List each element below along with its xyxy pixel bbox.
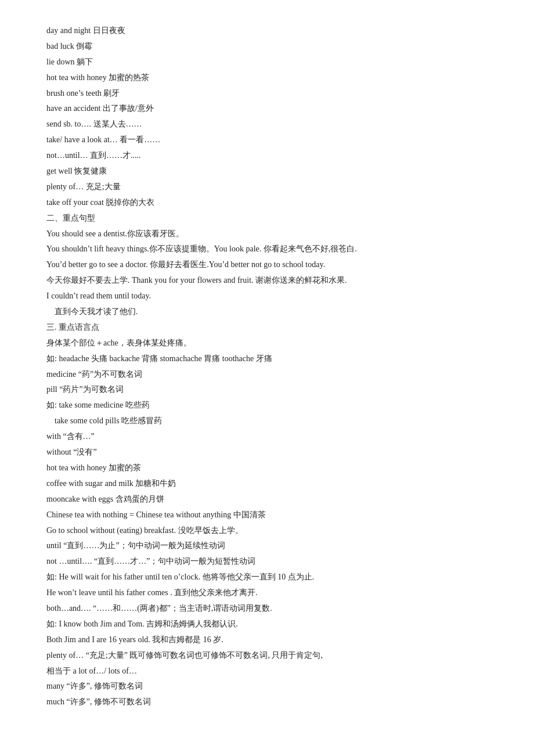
text-line: many “许多”, 修饰可数名词 — [46, 679, 488, 694]
text-line: hot tea with honey 加蜜的茶 — [46, 460, 488, 476]
text-line: until “直到……为止”；句中动词一般为延续性动词 — [46, 538, 488, 553]
text-line: 如: take some medicine 吃些药 — [46, 398, 488, 413]
text-line: take/ have a look at… 看一看…… — [46, 132, 488, 147]
text-line: plenty of… “充足;大量” 既可修饰可数名词也可修饰不可数名词, 只用… — [46, 648, 488, 663]
text-line: get well 恢复健康 — [46, 164, 488, 179]
text-line: 如: He will wait for his father until ten… — [46, 570, 488, 585]
text-line: 直到今天我才读了他们. — [46, 304, 488, 319]
text-line: both…and…. “……和……(两者)都”；当主语时,谓语动词用复数. — [46, 601, 488, 616]
text-line: brush one’s teeth 刷牙 — [46, 86, 488, 101]
text-line: pill “药片”为可数名词 — [46, 382, 488, 397]
text-line: with “含有…” — [46, 429, 488, 444]
text-line: I couldn’t read them until today. — [46, 289, 488, 304]
main-content: day and night 日日夜夜bad luck 倒霉lie down 躺下… — [46, 23, 488, 710]
text-line: take some cold pills 吃些感冒药 — [46, 413, 488, 429]
text-line: Chinese tea with nothing = Chinese tea w… — [46, 507, 488, 523]
text-line: He won’t leave until his father comes . … — [46, 585, 488, 600]
text-line: medicine “药”为不可数名词 — [46, 367, 488, 382]
text-line: bad luck 倒霉 — [46, 39, 488, 54]
text-line: You should see a dentist.你应该看牙医。 — [46, 226, 488, 242]
text-line: much “许多”, 修饰不可数名词 — [46, 694, 488, 710]
text-line: have an accident 出了事故/意外 — [46, 101, 488, 116]
text-line: You shouldn’t lift heavy things.你不应该提重物。… — [46, 242, 488, 257]
text-line: 如: headache 头痛 backache 背痛 stomachache 胃… — [46, 351, 488, 366]
text-line: You’d better go to see a doctor. 你最好去看医生… — [46, 257, 488, 272]
text-line: 身体某个部位＋ache，表身体某处疼痛。 — [46, 336, 488, 351]
text-line: 如: I know both Jim and Tom. 吉姆和汤姆俩人我都认识. — [46, 617, 488, 632]
text-line: mooncake with eggs 含鸡蛋的月饼 — [46, 492, 488, 507]
text-line: Both Jim and I are 16 years old. 我和吉姆都是 … — [46, 632, 488, 647]
text-line: day and night 日日夜夜 — [46, 23, 488, 38]
text-line: 三. 重点语言点 — [46, 320, 488, 335]
text-line: coffee with sugar and milk 加糖和牛奶 — [46, 476, 488, 491]
text-line: 相当于 a lot of…/ lots of… — [46, 664, 488, 679]
text-line: hot tea with honey 加蜜的热茶 — [46, 70, 488, 85]
text-line: send sb. to…. 送某人去…… — [46, 117, 488, 132]
text-line: not …until…. “直到……才…”；句中动词一般为短暂性动词 — [46, 554, 488, 569]
text-line: 今天你最好不要去上学. Thank you for your flowers a… — [46, 273, 488, 288]
text-line: without “没有” — [46, 445, 488, 460]
text-line: Go to school without (eating) breakfast.… — [46, 523, 488, 538]
text-line: 二、重点句型 — [46, 211, 488, 226]
text-line: take off your coat 脱掉你的大衣 — [46, 195, 488, 210]
text-line: plenty of… 充足;大量 — [46, 179, 488, 195]
text-line: not…until… 直到……才..... — [46, 148, 488, 163]
text-line: lie down 躺下 — [46, 55, 488, 70]
